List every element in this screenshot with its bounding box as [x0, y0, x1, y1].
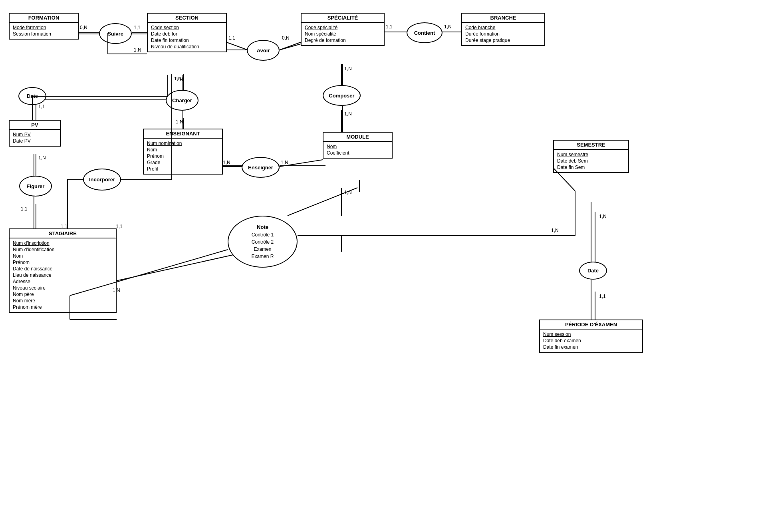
attr-date-naissance: Date de naissance: [13, 266, 113, 272]
entity-specialite-body: Code spécialité Nom spécialité Degré de …: [302, 23, 384, 45]
card-module-note: 1,N: [344, 190, 352, 195]
entity-formation-title: FORMATION: [10, 14, 78, 23]
relation-figurer: Figurer: [19, 176, 52, 197]
attr-date-pv: Date PV: [13, 138, 57, 144]
relation-charger-label: Charger: [172, 97, 192, 103]
attr-duree-stage: Durée stage pratique: [465, 37, 541, 44]
attr-prenom-enseignant: Prénom: [147, 153, 219, 159]
card-formation-suivre: 0,N: [80, 25, 87, 30]
attr-code-section: Code section: [151, 24, 223, 31]
relation-incorporer: Incorporer: [83, 169, 121, 191]
entity-branche-body: Code branche Durée formation Durée stage…: [462, 23, 544, 45]
attr-code-branche: Code branche: [465, 24, 541, 31]
entity-formation: FORMATION Mode formation Session formati…: [9, 13, 79, 40]
attr-date-deb-sem: Date deb Sem: [557, 158, 625, 164]
entity-enseignant-title: ENSEIGNANT: [144, 129, 222, 139]
entity-section: SECTION Code section Date deb for Date f…: [147, 13, 227, 52]
card-date2-periode: 1,1: [599, 294, 606, 299]
attr-num-pv: Num PV: [13, 131, 57, 138]
note-attr-examen: Examen: [254, 246, 271, 253]
attr-profil: Profil: [147, 166, 219, 172]
attr-prenom-mere: Prénom mère: [13, 304, 113, 310]
relation-composer: Composer: [323, 85, 361, 106]
relation-figurer-label: Figurer: [27, 183, 45, 189]
attr-nom-pere: Nom père: [13, 291, 113, 298]
card-specialite-contient: 1,1: [386, 24, 393, 30]
card-contient-branche: 1,N: [444, 24, 452, 30]
entity-periode-title: PÉRIODE D'ÉXAMEN: [540, 320, 642, 330]
note-attr-examenr: Examen R: [251, 253, 274, 260]
relation-charger: Charger: [166, 90, 198, 111]
relation-note: Note Contrôle 1 Contrôle 2 Examen Examen…: [228, 216, 298, 268]
entity-semestre-body: Num semestre Date deb Sem Date fin Sem: [554, 150, 628, 172]
relation-incorporer-label: Incorporer: [89, 177, 115, 183]
attr-grade: Grade: [147, 159, 219, 166]
card-section-suivre-bottom: 1,N: [134, 47, 141, 53]
note-attr-controle2: Contrôle 2: [252, 238, 274, 246]
relation-enseigner-label: Enseigner: [248, 165, 273, 171]
attr-num-session: Num session: [543, 331, 639, 337]
card-section-avoir: 1,1: [228, 35, 235, 41]
entity-enseignant: ENSEIGNANT Num nomination Nom Prénom Gra…: [143, 129, 223, 175]
attr-niveau-qualification: Niveau de qualification: [151, 44, 223, 50]
attr-date-deb-for: Date deb for: [151, 31, 223, 37]
entity-stagiaire-title: STAGIAIRE: [10, 229, 116, 238]
relation-suivre: Suivre: [99, 23, 132, 44]
note-attr-controle1: Contrôle 1: [252, 231, 274, 238]
attr-num-nomination: Num nomination: [147, 140, 219, 147]
entity-pv: PV Num PV Date PV: [9, 120, 61, 147]
card-section-incorporer: 1,1: [116, 224, 123, 229]
er-diagram: FORMATION Mode formation Session formati…: [0, 0, 762, 532]
attr-nom-specialite: Nom spécialité: [305, 31, 381, 37]
card-figurer-stagiaire: 1,1: [21, 206, 28, 212]
entity-section-title: SECTION: [148, 14, 226, 23]
card-note-stagiaire: 1,N: [113, 288, 120, 293]
attr-code-specialite: Code spécialité: [305, 24, 381, 31]
relation-date2: Date: [579, 262, 607, 280]
relation-date1-label: Date: [27, 93, 38, 99]
relation-contient: Contient: [407, 22, 443, 43]
entity-semestre: SEMESTRE Num semestre Date deb Sem Date …: [553, 140, 629, 173]
entity-specialite: SPÉCIALITÉ Code spécialité Nom spécialit…: [301, 13, 385, 46]
card-composer-module: 1,N: [344, 111, 352, 117]
attr-num-identification: Num d'identification: [13, 246, 113, 253]
card-avoir-specialite: 0,N: [282, 35, 290, 41]
entity-module-title: MODULE: [323, 133, 392, 142]
relation-contient-label: Contient: [414, 30, 435, 36]
card-incorporer-stagiaire: 1,1: [61, 224, 67, 229]
attr-nom-module: Nom: [327, 143, 389, 150]
entity-pv-title: PV: [10, 121, 60, 130]
attr-adresse: Adresse: [13, 278, 113, 285]
note-title: Note: [257, 223, 268, 231]
entity-enseignant-body: Num nomination Nom Prénom Grade Profil: [144, 139, 222, 174]
entity-formation-body: Mode formation Session formation: [10, 23, 78, 39]
entity-branche: BRANCHE Code branche Durée formation Dur…: [461, 13, 545, 46]
card-semestre-date2: 1,N: [599, 214, 607, 219]
card-suivre-section: 1,1: [134, 25, 141, 30]
card-note-semestre: 1,N: [551, 228, 559, 233]
entity-module: MODULE Nom Coefficient: [323, 132, 393, 159]
entity-periode-examen: PÉRIODE D'ÉXAMEN Num session Date deb ex…: [539, 320, 643, 353]
attr-date-fin-examen: Date fin examen: [543, 344, 639, 350]
card-section-charger: 1,N: [176, 77, 183, 82]
attr-date-fin-formation: Date fin formation: [151, 37, 223, 44]
card-pv-figurer: 1,N: [38, 155, 46, 161]
attr-degre-formation: Degré de formation: [305, 37, 381, 44]
entity-pv-body: Num PV Date PV: [10, 130, 60, 146]
card-charger-enseignant: 1,N: [176, 119, 183, 125]
card-enseigner-module: 1,N: [281, 160, 288, 165]
svg-line-2: [226, 42, 248, 50]
card-pv-date: 1,1: [38, 104, 45, 109]
entity-periode-body: Num session Date deb examen Date fin exa…: [540, 330, 642, 352]
relation-date2-label: Date: [587, 268, 599, 274]
attr-nom-mere: Nom mère: [13, 298, 113, 304]
relation-composer-label: Composer: [329, 93, 354, 99]
attr-lieu-naissance: Lieu de naissance: [13, 272, 113, 278]
entity-semestre-title: SEMESTRE: [554, 141, 628, 150]
attr-niveau-scolaire: Niveau scolaire: [13, 285, 113, 291]
entity-specialite-title: SPÉCIALITÉ: [302, 14, 384, 23]
entity-branche-title: BRANCHE: [462, 14, 544, 23]
attr-prenom-stagiaire: Prénom: [13, 259, 113, 266]
relation-suivre-label: Suivre: [107, 31, 123, 37]
relation-avoir: Avoir: [247, 40, 280, 61]
